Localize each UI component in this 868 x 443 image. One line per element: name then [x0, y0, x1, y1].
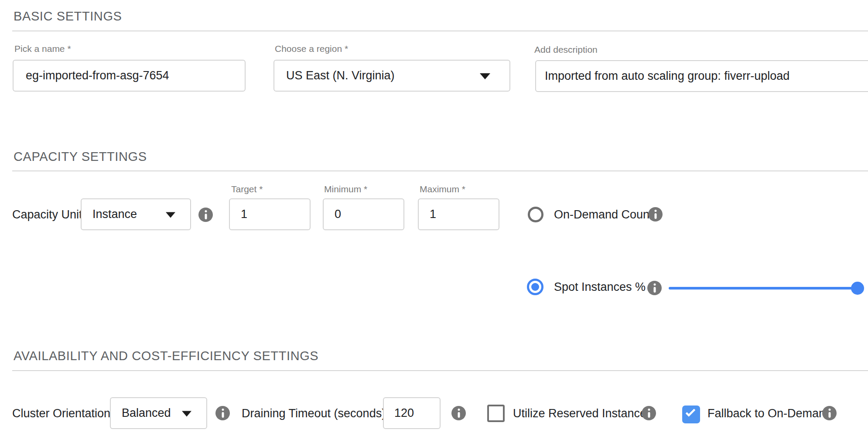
- checkmark-icon: [685, 407, 695, 417]
- maximum-field-label: Maximum *: [420, 184, 465, 194]
- on-demand-count-radio[interactable]: [528, 207, 543, 222]
- on-demand-count-info-icon[interactable]: [648, 207, 663, 222]
- spot-percentage-slider-track[interactable]: [669, 287, 858, 290]
- target-input[interactable]: [229, 198, 311, 230]
- draining-timeout-label: Draining Timeout (seconds): [242, 407, 386, 420]
- region-field-label: Choose a region *: [275, 44, 348, 54]
- fallback-to-on-demand-info-icon[interactable]: [822, 406, 837, 420]
- availability-settings-title: AVAILABILITY AND COST-EFFICIENCY SETTING…: [14, 349, 318, 363]
- maximum-input[interactable]: [418, 198, 499, 230]
- utilize-reserved-instances-info-icon[interactable]: [642, 406, 656, 420]
- spot-instances-info-icon[interactable]: [647, 281, 662, 295]
- draining-timeout-input[interactable]: [383, 397, 441, 429]
- spot-instances-label: Spot Instances %: [554, 280, 646, 294]
- name-field-label: Pick a name *: [14, 44, 71, 54]
- description-field-label: Add description: [534, 44, 598, 55]
- region-selected-value: US East (N. Virginia): [286, 69, 395, 82]
- elastigroup-creation-form: BASIC SETTINGS Pick a name * Choose a re…: [0, 0, 868, 443]
- fallback-to-on-demand-label: Fallback to On-Demand: [707, 407, 832, 420]
- spot-instances-radio[interactable]: [527, 279, 543, 295]
- fallback-to-on-demand-checkbox[interactable]: [682, 406, 700, 423]
- chevron-down-icon: [166, 212, 175, 218]
- cluster-orientation-label: Cluster Orientation: [12, 407, 110, 420]
- cluster-orientation-info-icon[interactable]: [215, 406, 230, 420]
- cluster-orientation-select[interactable]: Balanced: [110, 397, 207, 429]
- section-divider: [12, 370, 868, 371]
- draining-timeout-info-icon[interactable]: [451, 406, 466, 420]
- chevron-down-icon: [182, 411, 191, 416]
- chevron-down-icon: [480, 73, 490, 79]
- minimum-field-label: Minimum *: [324, 184, 367, 194]
- spot-percentage-slider-thumb[interactable]: [851, 282, 864, 295]
- description-input[interactable]: [535, 60, 868, 92]
- minimum-input[interactable]: [323, 198, 404, 230]
- capacity-settings-title: CAPACITY SETTINGS: [14, 150, 147, 164]
- basic-settings-title: BASIC SETTINGS: [14, 9, 122, 24]
- capacity-unit-select[interactable]: Instance: [81, 198, 191, 230]
- section-divider: [12, 31, 868, 31]
- target-field-label: Target *: [231, 184, 263, 194]
- cluster-orientation-selected-value: Balanced: [122, 406, 171, 420]
- utilize-reserved-instances-label: Utilize Reserved Instances: [513, 407, 653, 420]
- utilize-reserved-instances-checkbox[interactable]: [487, 405, 505, 422]
- section-divider: [12, 170, 868, 171]
- capacity-unit-info-icon[interactable]: [198, 208, 213, 222]
- capacity-unit-selected-value: Instance: [92, 208, 137, 221]
- on-demand-count-label: On-Demand Count: [554, 208, 653, 222]
- name-input[interactable]: [13, 60, 246, 92]
- region-select[interactable]: US East (N. Virginia): [273, 60, 510, 92]
- capacity-unit-label: Capacity Unit: [12, 208, 82, 222]
